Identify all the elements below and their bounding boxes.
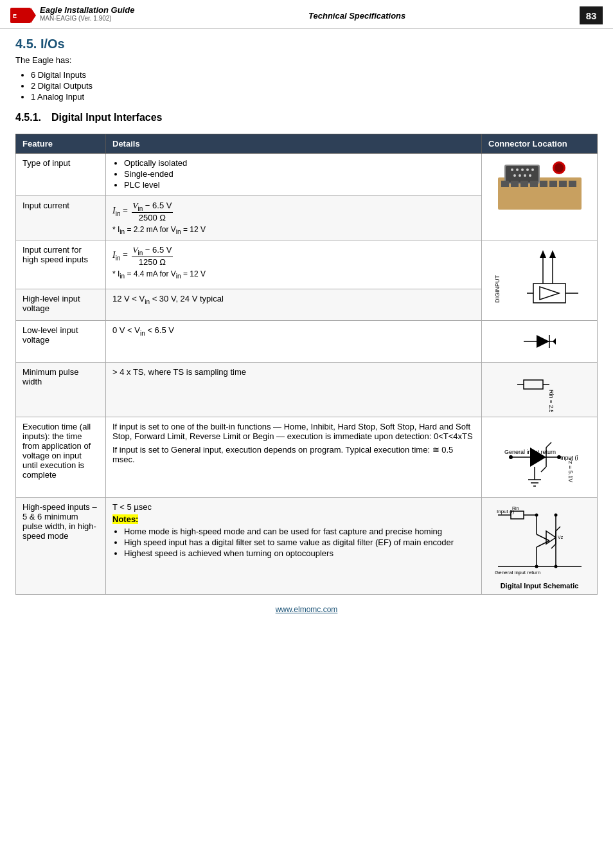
connector-image-row8: Input (i) General input return Rin Vz Di… (482, 497, 598, 594)
svg-marker-27 (540, 250, 546, 258)
eagle-features-list: 6 Digital Inputs 2 Digital Outputs 1 Ana… (31, 70, 598, 102)
svg-text:General input return: General input return (504, 449, 556, 455)
connector-image-row7: Vz = 5.1V (482, 417, 598, 497)
details-execution-time: If input is set to one of the built-in f… (106, 417, 482, 497)
details-input-current: Iin = Vin − 6.5 V 2500 Ω * Iin = 2.2 mA … (106, 196, 482, 240)
svg-line-63 (537, 541, 549, 547)
svg-rect-20 (530, 181, 538, 187)
svg-line-48 (541, 467, 546, 472)
svg-point-72 (554, 513, 557, 516)
svg-rect-5 (506, 166, 538, 183)
svg-point-12 (519, 174, 521, 177)
svg-rect-23 (559, 181, 567, 187)
feature-input-current-highspeed: Input current for high speed inputs (16, 240, 106, 289)
svg-rect-40 (524, 380, 543, 389)
feature-input-current: Input current (16, 196, 106, 240)
svg-point-10 (531, 168, 534, 171)
section-number: 4.5. (15, 37, 37, 51)
svg-text:Rin: Rin (512, 506, 519, 511)
connector-image-row6: Rin = 2.5K (482, 362, 598, 417)
details-type-of-input: Optically isolated Single-ended PLC leve… (106, 154, 482, 196)
svg-text:General input return: General input return (495, 570, 540, 575)
table-row: Input current for high speed inputs Iin … (16, 240, 598, 289)
svg-line-68 (556, 527, 560, 531)
feature-low-level-voltage: Low-level input voltage (16, 320, 106, 362)
digital-input-schematic-icon: Input (i) General input return Rin Vz (492, 502, 588, 579)
svg-point-71 (535, 565, 538, 568)
footer-url: www.elmomc.com (15, 605, 598, 614)
svg-point-8 (521, 168, 524, 171)
connector-image-row1 (482, 154, 598, 240)
list-item: 6 Digital Inputs (31, 70, 598, 80)
feature-highspeed-inputs: High-speed inputs – 5 & 6 minimum pulse … (16, 497, 106, 594)
table-row: Low-level input voltage 0 V < Vin < 6.5 … (16, 320, 598, 362)
svg-point-14 (529, 174, 531, 177)
details-high-level-voltage: 12 V < Vin < 30 V, 24 V typical (106, 289, 482, 320)
table-row: Minimum pulse width > 4 x TS, where TS i… (16, 362, 598, 417)
section-title: I/Os (40, 37, 65, 51)
svg-point-13 (524, 174, 526, 177)
list-item: High speed input has a digital filter se… (124, 538, 475, 547)
svg-rect-21 (540, 181, 547, 187)
svg-text:Input (i): Input (i) (560, 455, 578, 461)
header-center: Technical Specifications (308, 11, 405, 21)
svg-marker-1 (31, 8, 36, 23)
page-number: 83 (580, 6, 603, 24)
feature-execution-time: Execution time (all inputs): the time fr… (16, 417, 106, 497)
subsection-title: Digital Input Interfaces (51, 112, 162, 123)
diode-arrow-icon (520, 325, 559, 357)
list-item: 1 Analog Input (31, 92, 598, 102)
header-title: Eagle Installation Guide (40, 5, 134, 15)
schematic-label: Digital Input Schematic (501, 582, 579, 590)
page-content: 4.5. I/Os The Eagle has: 6 Digital Input… (0, 29, 613, 629)
svg-point-9 (526, 168, 529, 171)
connector-image-row3: DIGINPUT (482, 240, 598, 320)
vz-circuit-icon: Vz = 5.1V (501, 422, 578, 493)
svg-text:Rin = 2.5K: Rin = 2.5K (548, 390, 555, 412)
svg-point-70 (535, 513, 538, 516)
svg-point-11 (513, 174, 516, 177)
connector-image-row5 (482, 320, 598, 362)
svg-marker-29 (549, 250, 556, 258)
list-item: PLC level (124, 180, 475, 190)
svg-marker-33 (540, 287, 559, 300)
table-row: High-speed inputs – 5 & 6 minimum pulse … (16, 497, 598, 594)
svg-line-47 (546, 442, 551, 448)
svg-text:Vz: Vz (558, 535, 564, 539)
svg-text:DIGINPUT: DIGINPUT (494, 275, 501, 303)
svg-point-73 (554, 565, 557, 568)
rin-resistor-icon: Rin = 2.5K (514, 367, 565, 412)
svg-marker-36 (537, 335, 549, 348)
header-subtitle: MAN-EAGIG (Ver. 1.902) (40, 15, 134, 22)
svg-point-53 (509, 455, 513, 459)
svg-rect-30 (533, 284, 565, 303)
eagle-logo-icon: E (10, 5, 36, 26)
notes-label: Notes: (112, 514, 138, 524)
svg-point-6 (511, 168, 513, 171)
list-item: Single-ended (124, 169, 475, 179)
subsection-number: 4.5.1. (15, 112, 41, 123)
svg-line-62 (537, 534, 549, 541)
details-highspeed-inputs: T < 5 µsec Notes: Home mode is high-spee… (106, 497, 482, 594)
list-item: Home mode is high-speed mode and can be … (124, 527, 475, 536)
svg-rect-19 (520, 181, 528, 187)
svg-text:E: E (13, 13, 17, 19)
svg-rect-24 (569, 181, 576, 187)
details-input-current-highspeed: Iin = Vin − 6.5 V 1250 Ω * Iin = 4.4 mA … (106, 240, 482, 289)
svg-line-69 (551, 544, 556, 548)
col-header-connector: Connector Location (482, 134, 598, 154)
intro-text: The Eagle has: (15, 55, 598, 65)
details-low-level-voltage: 0 V < Vin < 6.5 V (106, 320, 482, 362)
note-input-current: * Iin = 2.2 mA for Vin = 12 V (112, 225, 475, 235)
table-row: Type of input Optically isolated Single-… (16, 154, 598, 196)
header-left: E Eagle Installation Guide MAN-EAGIG (Ve… (10, 5, 134, 26)
digital-input-table: Feature Details Connector Location Type … (15, 134, 598, 595)
list-item: 2 Digital Outputs (31, 81, 598, 91)
connector-dsub-icon (492, 158, 588, 216)
page-header: E Eagle Installation Guide MAN-EAGIG (Ve… (0, 0, 613, 29)
feature-high-level-voltage: High-level input voltage (16, 289, 106, 320)
feature-type-of-input: Type of input (16, 154, 106, 196)
svg-rect-17 (501, 181, 509, 187)
list-item: Highest speed is achieved when turning o… (124, 548, 475, 558)
list-item: Optically isolated (124, 158, 475, 168)
